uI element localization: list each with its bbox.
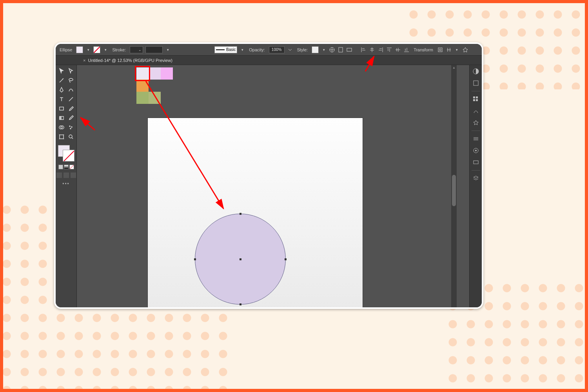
selection-handle[interactable]: [240, 213, 241, 215]
color-mode-solid[interactable]: [58, 165, 63, 169]
swatch-lavender-2[interactable]: [149, 67, 161, 80]
style-label: Style:: [296, 47, 310, 52]
svg-rect-16: [474, 81, 478, 85]
selection-handle[interactable]: [194, 258, 196, 260]
pen-tool[interactable]: [57, 85, 66, 94]
arrange-dropdown[interactable]: [454, 46, 460, 53]
swatch-lavender-1[interactable]: [136, 67, 149, 80]
rectangle-tool[interactable]: [57, 104, 66, 113]
color-mode-chips: [58, 165, 74, 169]
tab-close-icon[interactable]: ×: [83, 58, 85, 63]
color-mode-none[interactable]: [69, 165, 74, 169]
symbol-sprayer-tool[interactable]: [67, 123, 75, 132]
align-vmiddle-icon[interactable]: [395, 47, 401, 53]
ellipse-shape[interactable]: [195, 214, 286, 305]
shape-builder-tool[interactable]: [57, 123, 66, 132]
align-right-icon[interactable]: [377, 47, 384, 53]
draw-behind[interactable]: [64, 172, 69, 178]
direct-selection-tool[interactable]: [67, 67, 75, 75]
recolor-icon[interactable]: [329, 47, 335, 53]
artboard[interactable]: [147, 118, 363, 307]
align-bottom-icon[interactable]: [403, 47, 410, 53]
selection-handle[interactable]: [285, 258, 287, 260]
scroll-thumb[interactable]: [452, 175, 456, 206]
stroke-panel-icon[interactable]: [472, 135, 480, 143]
arrange-icon[interactable]: [446, 47, 452, 53]
layers-panel-icon[interactable]: [472, 174, 480, 182]
fill-swatch[interactable]: [76, 46, 83, 53]
style-dropdown[interactable]: [321, 46, 327, 53]
align-vertical-group: [386, 47, 410, 53]
swatch-green-1[interactable]: [136, 92, 149, 104]
tab-title[interactable]: Untitled-14* @ 12.53% (RGB/GPU Preview): [88, 58, 172, 63]
magic-wand-tool[interactable]: [57, 76, 66, 85]
svg-point-12: [70, 128, 71, 129]
stroke-swatch[interactable]: [93, 46, 100, 53]
draw-inside[interactable]: [71, 172, 76, 178]
svg-rect-19: [473, 99, 475, 101]
swatch-orange[interactable]: [136, 80, 149, 92]
svg-rect-20: [476, 99, 478, 101]
brush-dropdown[interactable]: [240, 46, 245, 53]
document-tabs: × Untitled-14* @ 12.53% (RGB/GPU Preview…: [56, 56, 482, 65]
curvature-tool[interactable]: [67, 85, 75, 94]
appearance-panel-icon[interactable]: [472, 147, 480, 154]
selection-handle[interactable]: [240, 303, 241, 305]
type-tool[interactable]: [57, 95, 66, 103]
stroke-dropdown[interactable]: [103, 46, 108, 53]
color-panel-icon[interactable]: [472, 67, 480, 75]
scroll-up-icon[interactable]: ▲: [452, 66, 456, 70]
graphic-style-swatch[interactable]: [312, 46, 319, 53]
opacity-value[interactable]: 100%: [269, 46, 285, 53]
paintbrush-tool[interactable]: [67, 104, 75, 113]
brushes-panel-icon[interactable]: [472, 107, 480, 115]
svg-rect-17: [473, 96, 475, 98]
brush-definition[interactable]: Basic: [214, 46, 237, 53]
selection-type-label: Ellipse: [58, 47, 74, 52]
canvas-area[interactable]: ▲: [77, 65, 469, 307]
swatch-pink[interactable]: [161, 67, 173, 80]
document-setup-icon[interactable]: [338, 47, 344, 53]
edit-toolbar-icon[interactable]: •••: [62, 181, 70, 187]
symbols-panel-icon[interactable]: [472, 119, 480, 127]
stroke-color-box[interactable]: [63, 150, 74, 162]
opacity-label: Opacity:: [247, 47, 266, 52]
stroke-weight-input[interactable]: [130, 46, 143, 53]
fill-dropdown[interactable]: [85, 46, 91, 53]
zoom-tool[interactable]: [67, 132, 75, 141]
color-mode-gradient[interactable]: [64, 165, 69, 169]
fill-stroke-indicator[interactable]: [57, 144, 75, 162]
opacity-chevron-icon[interactable]: [287, 47, 293, 53]
gradient-tool[interactable]: [57, 114, 66, 122]
align-top-icon[interactable]: [386, 47, 392, 53]
swatches-panel-icon[interactable]: [472, 95, 480, 103]
center-handle[interactable]: [240, 258, 241, 260]
isolate-icon[interactable]: [437, 47, 443, 53]
control-bar: Ellipse Stroke: Basic Opacity: 100% Styl…: [56, 44, 482, 56]
line-tool[interactable]: [67, 95, 75, 103]
draw-mode-group: [56, 172, 76, 178]
stroke-profile-dropdown[interactable]: [165, 46, 171, 53]
pin-icon[interactable]: [462, 47, 468, 53]
lasso-tool[interactable]: [67, 76, 75, 85]
svg-point-10: [69, 126, 70, 127]
selection-tool[interactable]: [57, 67, 66, 75]
artboard-tool[interactable]: [57, 132, 66, 141]
stroke-profile[interactable]: [145, 46, 163, 53]
draw-normal[interactable]: [56, 172, 62, 178]
preferences-icon[interactable]: [346, 47, 352, 53]
illustrator-window: Ellipse Stroke: Basic Opacity: 100% Styl…: [54, 42, 483, 309]
right-panel-dock: [469, 65, 482, 307]
align-left-icon[interactable]: [360, 47, 367, 53]
vertical-scrollbar[interactable]: ▲: [451, 65, 457, 307]
swatch-green-2[interactable]: [149, 92, 161, 104]
align-hcenter-icon[interactable]: [369, 47, 375, 53]
brush-name: Basic: [226, 47, 236, 52]
brush-line-icon: [216, 49, 225, 50]
svg-point-22: [475, 150, 477, 151]
graphic-styles-panel-icon[interactable]: [472, 158, 480, 166]
svg-rect-2: [347, 48, 352, 51]
color-guide-panel-icon[interactable]: [472, 79, 480, 87]
transform-label[interactable]: Transform: [412, 47, 435, 52]
eyedropper-tool[interactable]: [67, 114, 75, 122]
